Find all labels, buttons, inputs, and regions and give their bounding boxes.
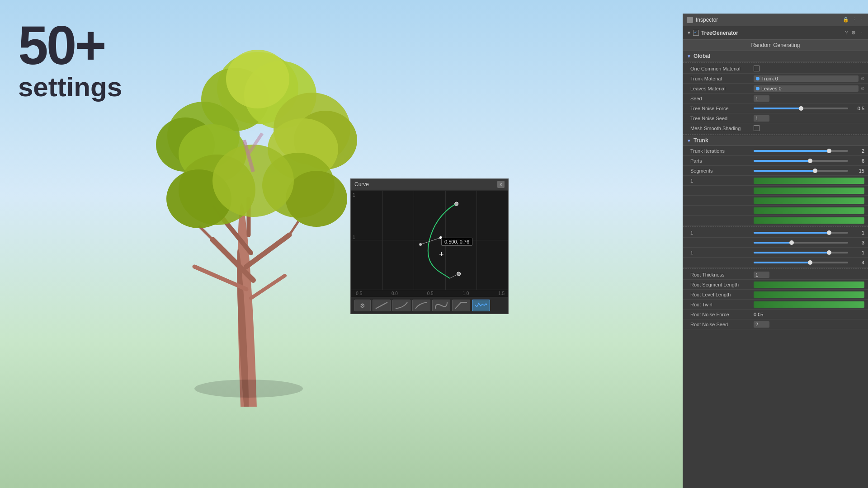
- green-bar-3[interactable]: [754, 197, 864, 204]
- x-label-4: 1.5: [498, 291, 505, 296]
- inspector-title-icons: 🔒 ⋮ ⋮: [843, 17, 864, 23]
- extra-val-4: 4: [851, 260, 864, 265]
- root-twirl-bar[interactable]: [754, 301, 864, 308]
- svg-point-24: [286, 171, 347, 227]
- extra-slider-3[interactable]: 1: [754, 250, 864, 255]
- extra-val-3: 1: [851, 250, 864, 255]
- root-segment-length-bar[interactable]: [754, 282, 864, 288]
- leaves-material-select-icon[interactable]: ⊙: [861, 86, 864, 91]
- curve-preset-ease-inout[interactable]: [432, 300, 450, 311]
- prop-bar-row-5: [683, 216, 868, 225]
- curve-title: Curve: [354, 181, 497, 188]
- svg-point-31: [419, 243, 422, 246]
- leaves-material-ref[interactable]: Leaves 0: [754, 85, 859, 92]
- root-noise-seed-input[interactable]: [754, 321, 769, 328]
- lock-icon[interactable]: 🔒: [843, 17, 849, 23]
- extra-fill-4: [754, 262, 810, 263]
- curve-settings-button[interactable]: ⚙: [354, 300, 371, 311]
- curve-titlebar: Curve ×: [351, 179, 508, 190]
- parts-label: Parts: [690, 158, 754, 164]
- root-level-length-bar[interactable]: [754, 291, 864, 298]
- extra-track-3: [754, 252, 848, 253]
- prop-bar-row-3: [683, 196, 868, 206]
- trunk-section-header[interactable]: ▼ Trunk: [683, 136, 868, 146]
- extra-val-1: 1: [851, 230, 864, 235]
- leaves-dot: [756, 87, 760, 90]
- prop-seed: Seed: [683, 94, 868, 103]
- green-bar-1[interactable]: [754, 178, 864, 184]
- mesh-smooth-shading-value: [754, 125, 864, 131]
- root-level-length-label: Root Level Length: [690, 292, 754, 297]
- mesh-smooth-shading-label: Mesh Smooth Shading: [690, 126, 754, 131]
- prop-leaves-material: Leaves Material Leaves 0 ⊙: [683, 84, 868, 94]
- component-arrow: ▼: [687, 30, 691, 35]
- parts-fill: [754, 160, 810, 162]
- random-generating-bar[interactable]: Random Generating: [683, 40, 868, 51]
- extra-slider-4[interactable]: 4: [754, 260, 864, 265]
- menu-icon[interactable]: ⋮: [859, 17, 864, 23]
- extra-slider-1[interactable]: 1: [754, 230, 864, 235]
- global-arrow: ▼: [687, 54, 691, 59]
- settings-icon[interactable]: ⚙: [851, 30, 856, 36]
- tree-noise-force-thumb: [799, 106, 803, 111]
- trunk-material-value: Trunk 0 ⊙: [754, 75, 864, 82]
- trunk-material-select-icon[interactable]: ⊙: [861, 76, 864, 81]
- divider-1: [683, 62, 868, 63]
- svg-line-35: [376, 302, 387, 309]
- more-icon[interactable]: ⋮: [859, 30, 864, 36]
- extra-fill-2: [754, 242, 792, 244]
- one-common-material-checkbox[interactable]: [754, 66, 760, 71]
- curve-cursor: +: [439, 250, 444, 259]
- random-gen-label: Random Generating: [751, 42, 800, 48]
- parts-slider[interactable]: 6: [754, 158, 864, 164]
- root-noise-force-text: 0.05: [754, 312, 763, 317]
- big-number-label: 50+: [18, 18, 122, 72]
- extra-thumb-2: [789, 240, 794, 245]
- extra-label-3: 1: [690, 250, 754, 255]
- prop-extra-1: 1 1: [683, 228, 868, 238]
- segments-value: 15: [754, 168, 864, 174]
- extra-thumb-4: [808, 260, 812, 265]
- extra-slider-2[interactable]: 3: [754, 240, 864, 245]
- green-bar-2[interactable]: [754, 188, 864, 194]
- trunk-iterations-slider[interactable]: 2: [754, 148, 864, 154]
- trunk-material-ref[interactable]: Trunk 0: [754, 75, 859, 82]
- svg-line-10: [289, 221, 298, 235]
- trunk-arrow: ▼: [687, 138, 691, 143]
- mesh-smooth-shading-checkbox[interactable]: [754, 125, 760, 131]
- segments-fill: [754, 170, 815, 172]
- seed-input[interactable]: [754, 95, 769, 102]
- curve-preset-linear[interactable]: [373, 300, 391, 311]
- green-bar-5[interactable]: [754, 217, 864, 224]
- parts-value: 6: [754, 158, 864, 164]
- global-section-header[interactable]: ▼ Global: [683, 51, 868, 61]
- curve-canvas[interactable]: 1 1 + 0.500, 0.76: [351, 190, 508, 290]
- extra-track-1: [754, 232, 848, 234]
- curve-preset-ease-out[interactable]: [412, 300, 430, 311]
- root-noise-force-label: Root Noise Force: [690, 312, 754, 317]
- x-label-0: -0.5: [354, 291, 362, 296]
- extra-track-4: [754, 262, 848, 263]
- tree-noise-seed-input[interactable]: [754, 115, 769, 122]
- green-bar-4[interactable]: [754, 207, 864, 214]
- root-thickness-input[interactable]: [754, 272, 769, 278]
- settings-label: settings: [18, 72, 122, 102]
- component-header: ▼ TreeGenerator ? ⚙ ⋮: [683, 26, 868, 40]
- prop-extra-2: 3: [683, 238, 868, 248]
- prop-mesh-smooth-shading: Mesh Smooth Shading: [683, 123, 868, 133]
- component-checkbox[interactable]: [693, 30, 699, 36]
- divider-4: [683, 268, 868, 269]
- curve-close-button[interactable]: ×: [497, 181, 505, 188]
- curve-preset-ease-in[interactable]: [392, 300, 410, 311]
- debug-icon[interactable]: ⋮: [852, 17, 857, 23]
- tree-noise-seed-label: Tree Noise Seed: [690, 116, 754, 121]
- curve-preset-sharp[interactable]: [452, 300, 470, 311]
- close-icon: ×: [500, 182, 502, 187]
- curve-preset-custom[interactable]: [472, 300, 490, 311]
- curve-toolbar: ⚙: [351, 297, 508, 314]
- segments-slider[interactable]: 15: [754, 168, 864, 174]
- prop-root-segment-length: Root Segment Length: [683, 280, 868, 290]
- bar-value-1: [754, 178, 864, 184]
- tree-noise-force-slider[interactable]: 0.5: [754, 106, 864, 111]
- help-icon[interactable]: ?: [845, 30, 848, 36]
